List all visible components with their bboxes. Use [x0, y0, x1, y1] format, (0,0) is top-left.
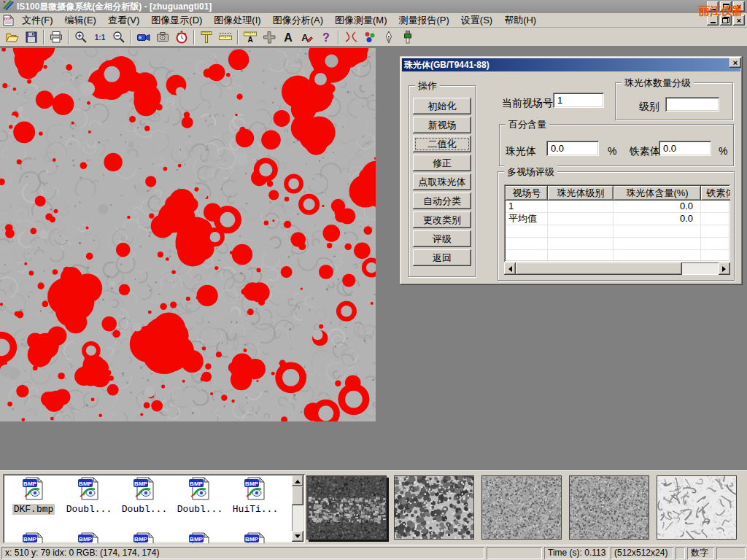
- dialog-close-button[interactable]: ×: [729, 58, 741, 68]
- print-icon[interactable]: [47, 29, 66, 45]
- image-thumbnail[interactable]: [394, 475, 474, 540]
- scroll-up-button[interactable]: [292, 475, 303, 486]
- file-item[interactable]: BMPDoubl...: [61, 475, 117, 515]
- operation-button[interactable]: 返回: [413, 249, 471, 266]
- save-icon[interactable]: [22, 29, 41, 45]
- brush-tool-icon[interactable]: [398, 29, 417, 45]
- scrollbar-thumb[interactable]: [292, 486, 303, 505]
- pen-tool-icon[interactable]: [379, 29, 398, 45]
- menu-item[interactable]: 设置(S): [455, 13, 498, 28]
- file-item[interactable]: BMP: [61, 531, 117, 543]
- table-cell: [701, 213, 730, 225]
- document-icon[interactable]: DOC: [2, 15, 15, 26]
- camera-icon[interactable]: [153, 29, 172, 45]
- application-window: IS100显微摄像系统(金相分析版) - [zhuguangti01] × DO…: [0, 0, 747, 560]
- metallographic-image[interactable]: [0, 48, 376, 421]
- operation-button[interactable]: 点取珠光体: [413, 174, 471, 190]
- status-image-size: (512x512x24): [611, 547, 673, 559]
- table-row[interactable]: [506, 225, 729, 238]
- operation-button[interactable]: 自动分类: [413, 192, 471, 209]
- table-cell: [614, 225, 701, 238]
- actual-size-icon[interactable]: 1:1: [90, 29, 109, 45]
- menu-item[interactable]: 查看(V): [102, 13, 145, 28]
- menu-item[interactable]: 帮助(H): [498, 13, 542, 28]
- file-item[interactable]: BMPDoubl...: [117, 475, 172, 515]
- scrollbar-thumb[interactable]: [516, 262, 682, 275]
- zoom-out-icon[interactable]: [109, 29, 128, 45]
- menu-item[interactable]: 编辑(E): [59, 13, 102, 28]
- image-thumbnail[interactable]: [657, 475, 737, 540]
- status-time: Time (s): 0.113: [544, 547, 608, 559]
- operation-button[interactable]: 初始化: [413, 98, 471, 114]
- scroll-down-button[interactable]: [292, 531, 303, 542]
- file-item[interactable]: BMP: [6, 531, 61, 543]
- grid-cross-icon[interactable]: [260, 29, 279, 45]
- child-minimize-button[interactable]: [707, 15, 719, 26]
- scroll-right-button[interactable]: [719, 262, 730, 275]
- curve-tool-icon[interactable]: [341, 29, 360, 45]
- table-horizontal-scrollbar[interactable]: [504, 262, 730, 275]
- table-cell: [506, 238, 548, 250]
- table-cell: 平均值: [506, 213, 548, 225]
- ruler-icon[interactable]: [216, 29, 235, 45]
- menu-item[interactable]: 测量报告(P): [392, 13, 454, 28]
- caliper-icon[interactable]: [197, 29, 216, 45]
- file-item[interactable]: BMP: [172, 531, 228, 543]
- scroll-left-button[interactable]: [504, 262, 516, 275]
- image-thumbnail[interactable]: [481, 475, 562, 540]
- bmp-file-icon: BMP: [132, 531, 157, 543]
- open-icon[interactable]: [3, 29, 22, 45]
- timer-icon[interactable]: [172, 29, 191, 45]
- menu-item[interactable]: 图像处理(I): [208, 13, 266, 28]
- table-row[interactable]: 平均值0.0: [506, 213, 729, 225]
- measure-scale-icon[interactable]: A: [241, 29, 260, 45]
- svg-text:BMP: BMP: [79, 481, 92, 487]
- file-browser-scrollbar[interactable]: [292, 475, 303, 542]
- file-item[interactable]: BMPDKF.bmp: [6, 475, 61, 515]
- grading-group: 珠光体数量分级 级别: [615, 82, 733, 120]
- table-cell: [506, 225, 548, 238]
- table-row[interactable]: [506, 238, 729, 250]
- file-item[interactable]: BMP: [117, 531, 172, 543]
- table-header-cell[interactable]: 珠光体级别: [548, 186, 614, 201]
- table-header-cell[interactable]: 珠光体含量(%): [614, 186, 701, 201]
- classify-balls-icon[interactable]: [360, 29, 379, 45]
- image-thumbnail[interactable]: [306, 475, 387, 540]
- pearlite-input[interactable]: 0.0: [546, 141, 599, 156]
- help-icon[interactable]: ?: [317, 29, 336, 45]
- table-cell: [548, 238, 614, 250]
- file-item[interactable]: BMPDoubl...: [172, 475, 228, 515]
- edit-text-icon[interactable]: A: [298, 29, 317, 45]
- menu-item[interactable]: 文件(F): [16, 13, 59, 28]
- child-restore-button[interactable]: [720, 15, 732, 26]
- text-label-icon[interactable]: A: [279, 29, 298, 45]
- maximize-button[interactable]: [720, 1, 732, 12]
- operation-button[interactable]: 二值化: [413, 136, 471, 152]
- minimize-button[interactable]: [707, 1, 719, 12]
- bmp-file-icon: BMP: [77, 475, 101, 503]
- table-row[interactable]: [506, 250, 729, 262]
- menu-item[interactable]: 图像分析(A): [267, 13, 329, 28]
- zoom-in-icon[interactable]: [71, 29, 90, 45]
- image-thumbnail[interactable]: [569, 475, 649, 540]
- video-camera-icon[interactable]: [134, 29, 153, 45]
- operation-button[interactable]: 修正: [413, 155, 471, 171]
- operation-button[interactable]: 评级: [413, 230, 471, 247]
- svg-text:BMP: BMP: [245, 481, 258, 487]
- table-header-cell[interactable]: 视场号: [506, 186, 548, 201]
- menu-item[interactable]: 图像测量(M): [329, 13, 393, 28]
- table-header-cell[interactable]: 铁素体含量(%): [701, 186, 730, 201]
- file-item[interactable]: BMP: [228, 531, 283, 543]
- ferrite-input[interactable]: 0.0: [659, 141, 711, 156]
- grade-input[interactable]: [665, 97, 719, 112]
- menu-item[interactable]: 图像显示(D): [145, 13, 208, 28]
- close-button[interactable]: ×: [733, 1, 745, 12]
- file-item[interactable]: BMPHuiTi...: [228, 475, 283, 515]
- operation-button[interactable]: 新视场: [413, 117, 471, 133]
- table-header-row: 视场号珠光体级别珠光体含量(%)铁素体含量(%): [506, 186, 729, 201]
- operation-button[interactable]: 更改类别: [413, 211, 471, 228]
- current-view-input[interactable]: 1: [553, 93, 604, 108]
- child-close-button[interactable]: ×: [733, 15, 745, 26]
- table-row[interactable]: 10.0: [506, 201, 729, 213]
- multi-view-group-label: 多视场评级: [504, 166, 557, 179]
